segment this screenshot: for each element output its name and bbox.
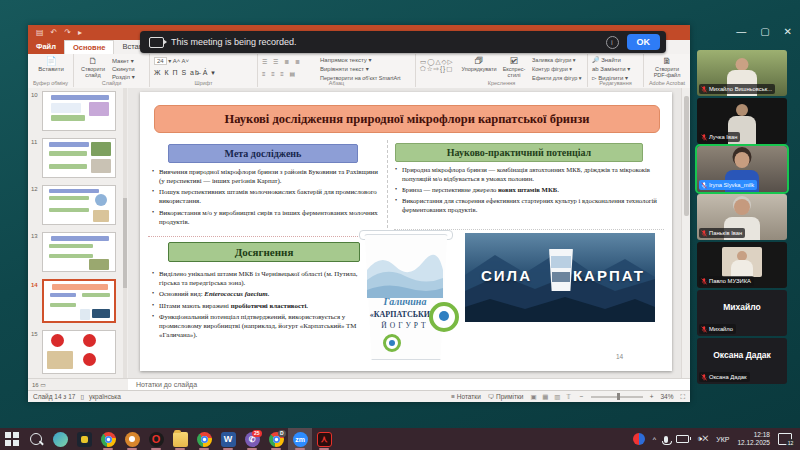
save-icon[interactable]: ▤: [36, 25, 44, 40]
zoom-in-button[interactable]: +: [650, 393, 654, 400]
dark-app[interactable]: [72, 428, 96, 450]
present-icon[interactable]: ▸: [78, 25, 82, 40]
participant-tile-6[interactable]: Михайло Михайло: [697, 290, 787, 336]
tray-app-icon[interactable]: [633, 433, 645, 445]
language-switch[interactable]: УКР: [716, 436, 729, 443]
participant-name: Iryna Slyvka_milk: [709, 181, 754, 189]
tray-expand-caret[interactable]: ^: [653, 436, 656, 443]
maximize-icon[interactable]: ▢: [760, 27, 769, 37]
create-pdf-button[interactable]: 🗎 Створити PDF-файл: [648, 56, 686, 78]
participant-tile-3-active-speaker[interactable]: Iryna Slyvka_milk: [697, 146, 787, 192]
potential-bullets: •Природна мікрофлора бринзи — комбінація…: [395, 166, 665, 217]
reset-button[interactable]: Скинути: [112, 65, 135, 73]
viber-app[interactable]: ✆25: [240, 428, 264, 450]
viewer-app[interactable]: [120, 428, 144, 450]
thumb-number: 15: [31, 331, 38, 337]
tray-mic-icon[interactable]: [664, 436, 668, 443]
achievements-header: Досягнення: [168, 242, 360, 262]
font-size-box[interactable]: 24 ▾ A˄ A˅: [154, 57, 189, 65]
chrome-icon: [101, 432, 116, 447]
start-button[interactable]: [0, 428, 24, 450]
thumb-number: 13: [31, 233, 38, 239]
battery-icon[interactable]: [676, 435, 689, 443]
search-button[interactable]: [24, 428, 48, 450]
find-button[interactable]: 🔎 Знайти: [592, 56, 621, 64]
viber-badge: 25: [252, 430, 262, 437]
paragraph-group-label: Абзац: [258, 80, 415, 86]
zoom-app-active[interactable]: zm: [288, 428, 312, 450]
slide-thumbnail-14-selected[interactable]: [42, 279, 116, 323]
slide-thumbnail-13[interactable]: [42, 232, 116, 272]
shape-fill-button[interactable]: Заливка фігури ▾: [532, 56, 576, 64]
undo-icon[interactable]: ↶: [51, 25, 58, 40]
redo-icon[interactable]: ↷: [64, 25, 71, 40]
participant-tile-2[interactable]: Лучка Іван: [697, 98, 787, 144]
potential-header: Науково-практичний потенціал: [395, 143, 643, 162]
fit-slide-button[interactable]: ⛶: [680, 393, 685, 401]
spellcheck-icon[interactable]: ▯: [80, 393, 84, 401]
layout-button[interactable]: Макет ▾: [112, 57, 134, 65]
participant-tile-1[interactable]: Михайло Вишньовськ...: [697, 50, 787, 96]
zoom-percentage[interactable]: 34%: [660, 393, 673, 400]
align-text-button[interactable]: Вирівняти текст ▾: [320, 65, 369, 73]
list-buttons[interactable]: ☰ ☰ ≣ ≣: [262, 58, 302, 66]
tray-date: 12.12.2025: [737, 439, 770, 447]
slide-14[interactable]: Наукові дослідження природної мікрофлори…: [140, 92, 672, 371]
participant-tile-4[interactable]: Паньків Іван: [697, 194, 787, 240]
notes-toggle[interactable]: ≡ Нотатки: [451, 393, 481, 400]
zoom-slider[interactable]: [591, 396, 643, 398]
speaker-muted-icon[interactable]: 🕩✕: [697, 434, 708, 444]
slide-thumbnail-15[interactable]: [42, 330, 116, 374]
comments-toggle[interactable]: 🗨 Примітки: [488, 393, 524, 400]
info-icon[interactable]: i: [606, 36, 619, 49]
language-indicator[interactable]: українська: [89, 393, 121, 400]
slide-thumbnail-11[interactable]: [42, 138, 116, 178]
quick-styles-button[interactable]: 🗹 Експрес-стилі: [498, 56, 530, 78]
replace-button[interactable]: ab Замінити ▾: [592, 65, 630, 73]
quick-access-toolbar: ▤ ↶ ↷ ▸: [36, 25, 82, 40]
participant-tile-5[interactable]: Павло МУЗИКА: [697, 242, 787, 288]
close-icon[interactable]: ✕: [784, 27, 792, 37]
ok-button[interactable]: OK: [627, 34, 661, 50]
new-slide-button[interactable]: 🗋 Створити слайд: [76, 56, 110, 78]
canvas-scrollbar[interactable]: [681, 88, 690, 378]
arrange-button[interactable]: 🗇 Упорядкувати: [460, 56, 498, 72]
chrome-app[interactable]: [96, 428, 120, 450]
zoom-out-button[interactable]: −: [580, 393, 584, 400]
thumb-number: 10: [31, 92, 38, 98]
participant-tile-7[interactable]: Оксана Дадак Оксана Дадак: [697, 338, 787, 384]
recording-camera-icon: [149, 37, 164, 48]
file-explorer-app[interactable]: [168, 428, 192, 450]
text-direction-button[interactable]: Напрямок тексту ▾: [320, 56, 371, 64]
slide-canvas[interactable]: Наукові дослідження природної мікрофлори…: [128, 88, 682, 378]
opera-app[interactable]: O: [144, 428, 168, 450]
paste-button[interactable]: 📄 Вставити: [36, 56, 66, 72]
meet-app[interactable]: [192, 428, 216, 450]
minimize-icon[interactable]: —: [736, 27, 746, 37]
tab-home[interactable]: Основне: [64, 40, 114, 54]
chrome-profile-app[interactable]: D: [264, 428, 288, 450]
viber-icon: ✆25: [245, 432, 260, 447]
clock[interactable]: 12:18 12.12.2025: [737, 431, 770, 447]
notification-center-icon[interactable]: 12: [778, 433, 792, 445]
tab-file[interactable]: Файл: [28, 40, 64, 54]
font-format-buttons[interactable]: Ж К П S ab̶ А́ ▾: [154, 69, 216, 77]
shapes-gallery[interactable]: ▭◯△◇▷⬠☆⇨{}▢: [420, 58, 453, 72]
participant-display-name: Оксана Дадак: [697, 350, 787, 360]
view-mode-buttons[interactable]: ▣ ▦ ▥ 𝕋: [530, 393, 572, 401]
thumbnail-16-partial[interactable]: 16 ▭: [28, 378, 128, 390]
thumbnail-scrollbar[interactable]: [123, 88, 127, 378]
slide-thumbnail-10[interactable]: [42, 91, 116, 131]
participant-name: Павло МУЗИКА: [709, 277, 751, 285]
widgets-app[interactable]: [48, 428, 72, 450]
align-buttons[interactable]: ≡ ≡ ≡ ▤: [262, 70, 297, 78]
drawing-group-label: Креслення: [416, 80, 587, 86]
notes-pane[interactable]: Нотатки до слайда: [128, 378, 690, 390]
acrobat-app[interactable]: ⋏: [312, 428, 336, 450]
thumb-number-selected: 14: [31, 282, 38, 288]
word-app[interactable]: W: [216, 428, 240, 450]
shape-outline-button[interactable]: Контур фігури ▾: [532, 65, 572, 73]
notification-badge: 12: [786, 439, 795, 447]
slide-thumbnail-12[interactable]: [42, 185, 116, 225]
dark-app-icon: [77, 432, 92, 447]
